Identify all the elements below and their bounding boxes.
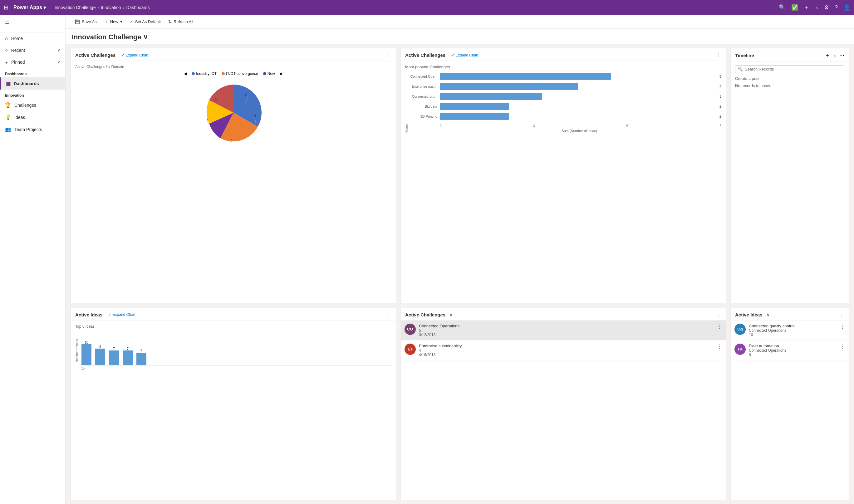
- legend-label-industry-iot: Industry IOT: [196, 71, 217, 76]
- refresh-all-button[interactable]: ↻ Refresh All: [165, 17, 196, 26]
- challenge-more-0[interactable]: ⋮: [717, 324, 722, 329]
- create-post-label[interactable]: Create a post: [735, 76, 844, 81]
- challenge-item-0[interactable]: CO Connected Operations 5 3/12/2018 ⋮: [401, 321, 726, 341]
- toolbar: 💾 Save As ＋ New ▾ ✓ Set As Default ↻ Ref…: [66, 15, 854, 29]
- challenges-list-more-button[interactable]: ⋮: [716, 312, 721, 318]
- sidebar-item-team-projects[interactable]: 👥 Team Projects: [0, 123, 65, 136]
- refresh-icon: ↻: [168, 19, 172, 24]
- set-as-default-button[interactable]: ✓ Set As Default: [127, 17, 164, 26]
- timeline-search-bar[interactable]: 🔍: [735, 65, 844, 73]
- set-default-label: Set As Default: [135, 19, 161, 24]
- filter-icon[interactable]: ⬦: [815, 4, 818, 11]
- timeline-add-icon[interactable]: ＋: [825, 52, 830, 59]
- timeline-more-icon[interactable]: ⋯: [839, 52, 844, 58]
- circle-check-icon[interactable]: ✅: [791, 4, 798, 11]
- sidebar-collapse-btn[interactable]: ☰: [0, 17, 65, 30]
- sidebar-item-ideas-label: Ideas: [14, 115, 25, 120]
- idea-more-0[interactable]: ⋮: [840, 324, 845, 329]
- sidebar-item-home[interactable]: ⌂ Home: [0, 33, 65, 44]
- legend-dot-industry-iot: [192, 72, 195, 75]
- card-header-ideas-list: Active Ideas ∨ ⋮: [731, 308, 849, 321]
- ideas-chart-more-button[interactable]: ⋮: [387, 312, 391, 318]
- breadcrumb: Innovation Challenge › Innovation › Dash…: [55, 5, 150, 10]
- sidebar-item-challenges[interactable]: 🏆 Challenges: [0, 99, 65, 111]
- bar-wrap-2: [440, 93, 716, 100]
- dashboard-title-text: Innovation Challenge: [72, 33, 141, 41]
- settings-icon[interactable]: ⚙: [824, 4, 829, 11]
- legend-next[interactable]: ▶: [280, 71, 283, 76]
- dashboard-header: Innovation Challenge ∨: [66, 29, 854, 44]
- app-name-label: Power Apps: [14, 5, 42, 10]
- svg-text:2: 2: [230, 139, 233, 143]
- bar-row-4: 3D Printing 2: [409, 113, 721, 120]
- card-header-pie: Active Challenges ⤢ Expand Chart ⋮: [71, 48, 396, 61]
- expand-ideas-chart-button[interactable]: ⤢ Expand Chart: [108, 312, 136, 317]
- new-button[interactable]: ＋ New ▾: [101, 17, 125, 26]
- dashboard-title-chevron[interactable]: ∨: [143, 33, 148, 41]
- expand-ideas-label: Expand Chart: [113, 312, 136, 317]
- legend-prev[interactable]: ◀: [184, 71, 186, 76]
- breadcrumb-sep-1: ›: [97, 5, 99, 10]
- breadcrumb-item-0[interactable]: Innovation Challenge: [55, 5, 96, 10]
- breadcrumb-sep-2: ›: [123, 5, 125, 10]
- top-navigation: ⊞ Power Apps ▾ Innovation Challenge › In…: [0, 0, 854, 15]
- challenge-date-1: 4/16/2018: [419, 353, 714, 357]
- save-as-button[interactable]: 💾 Save As: [72, 17, 100, 26]
- timeline-filter-icon[interactable]: ⬦: [833, 53, 836, 58]
- card-body-pie: Active Challenges by Domain ◀ Industry I…: [71, 61, 396, 303]
- y-axis-top-label: 15: [80, 367, 391, 370]
- card-header-challenges-list: Active Challenges ∨ ⋮: [401, 308, 726, 321]
- challenge-count-1: 4: [419, 348, 714, 353]
- challenge-date-0: 3/12/2018: [419, 333, 714, 337]
- v-bar-1: [95, 348, 105, 365]
- pie-more-button[interactable]: ⋮: [387, 52, 391, 58]
- pie-chart-container: Active Challenges by Domain ◀ Industry I…: [75, 65, 391, 147]
- card-header-ideas-chart: Active Ideas ⤢ Expand Chart ⋮: [71, 308, 396, 321]
- v-bar-group-2: 7: [109, 347, 119, 365]
- refresh-label: Refresh All: [174, 19, 193, 24]
- sidebar-item-ideas[interactable]: 💡 Ideas: [0, 111, 65, 123]
- recent-icon: ○: [5, 48, 8, 53]
- challenge-item-1[interactable]: Es Enterprise sustainability 4 4/16/2018…: [401, 341, 726, 360]
- chart-subtitle-pie: Active Challenges by Domain: [75, 65, 124, 69]
- waffle-icon[interactable]: ⊞: [4, 4, 8, 11]
- idea-item-0[interactable]: Cq Connected quality control Connected O…: [731, 321, 849, 341]
- sidebar: ☰ ⌂ Home ○ Recent ∨ ⬥ Pinned ∨ Dashboard…: [0, 15, 66, 504]
- expand-pie-button[interactable]: ⤢ Expand Chart: [121, 53, 148, 57]
- bar-chart-inner: Connected Ope... 5 Enterprise sust...: [409, 73, 721, 133]
- card-active-challenges-bar: Active Challenges ⤢ Expand Chart ⋮ Most …: [401, 48, 726, 303]
- bar-row-2: Connected pro... 3: [409, 93, 721, 100]
- breadcrumb-item-2[interactable]: Dashboards: [126, 5, 150, 10]
- ideas-list-more-button[interactable]: ⋮: [839, 312, 844, 318]
- idea-name-0: Connected quality control: [749, 324, 837, 328]
- card-header-timeline: Timeline ＋ ⬦ ⋯: [731, 48, 849, 61]
- expand-pie-label: Expand Chart: [125, 53, 148, 57]
- legend-label-new: New: [267, 71, 275, 76]
- idea-item-1[interactable]: Fa Fleet automation Connected Operations…: [731, 341, 849, 360]
- idea-more-1[interactable]: ⋮: [840, 344, 845, 349]
- v-bar-value-4: 6: [140, 349, 142, 353]
- ideas-list: Cq Connected quality control Connected O…: [731, 321, 849, 500]
- help-icon[interactable]: ?: [835, 4, 838, 11]
- add-icon[interactable]: ＋: [804, 4, 809, 11]
- user-icon[interactable]: 👤: [843, 4, 850, 11]
- search-icon[interactable]: 🔍: [779, 4, 786, 11]
- bar-value-3: 2: [719, 105, 721, 108]
- bar-label-2: Connected pro...: [409, 94, 437, 98]
- app-name[interactable]: Power Apps ▾: [14, 5, 46, 11]
- timeline-search-input[interactable]: [745, 67, 841, 71]
- expand-ideas-icon: ⤢: [108, 312, 111, 317]
- challenges-list-chevron-icon[interactable]: ∨: [449, 312, 453, 318]
- legend-item-new: New: [263, 71, 275, 76]
- sidebar-item-recent[interactable]: ○ Recent ∨: [0, 44, 65, 56]
- home-icon: ⌂: [5, 36, 8, 41]
- bar-more-button[interactable]: ⋮: [716, 52, 721, 58]
- sidebar-item-pinned[interactable]: ⬥ Pinned ∨: [0, 56, 65, 68]
- sidebar-item-dashboards[interactable]: ▦ Dashboards: [0, 77, 65, 90]
- expand-bar-button[interactable]: ⤢ Expand Chart: [451, 53, 478, 57]
- ideas-list-chevron-icon[interactable]: ∨: [766, 312, 770, 318]
- breadcrumb-item-1[interactable]: Innovation: [101, 5, 121, 10]
- bottom-bar-subtitle: Top 5 Ideas: [75, 324, 391, 329]
- sidebar-item-team-projects-label: Team Projects: [14, 127, 42, 132]
- challenge-more-1[interactable]: ⋮: [717, 344, 722, 349]
